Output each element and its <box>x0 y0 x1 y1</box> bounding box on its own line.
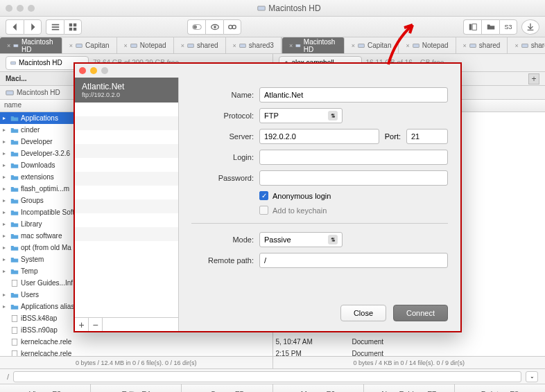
hd-icon <box>10 60 16 66</box>
dialog-minimize-button[interactable] <box>90 67 97 74</box>
tab-macintosh-hd[interactable]: ×Macintosh HD <box>282 37 345 53</box>
tab-capitan[interactable]: ×Capitan <box>62 37 117 53</box>
svg-rect-23 <box>12 315 17 321</box>
svg-rect-21 <box>6 91 14 95</box>
traffic-lights <box>6 5 35 12</box>
download-button[interactable] <box>521 19 539 35</box>
tab-notepad[interactable]: ×Notepad <box>399 37 456 53</box>
minimize-window-button[interactable] <box>17 5 24 12</box>
remote-path-label: Remote path: <box>191 256 254 265</box>
forward-button[interactable] <box>24 19 42 35</box>
fkey-delete[interactable]: Delete - F8 <box>455 384 545 392</box>
svg-rect-17 <box>469 44 476 47</box>
function-key-bar: View - F3Edit - F4Copy - F5Move - F6New … <box>0 384 545 392</box>
remove-connection-button[interactable]: − <box>89 318 103 331</box>
connection-list[interactable] <box>75 103 178 317</box>
tab-macintosh-hd[interactable]: ×Macintosh HD <box>0 37 62 53</box>
keychain-checkbox: Add to keychain <box>259 206 448 215</box>
chevron-updown-icon: ⇅ <box>328 111 338 121</box>
port-input[interactable] <box>406 129 448 144</box>
checkbox-on-icon: ✓ <box>259 191 268 200</box>
path-dropdown[interactable]: ⌄ <box>526 371 538 382</box>
tab-capitan[interactable]: ×Capitan <box>345 37 399 53</box>
right-add-tab-button[interactable]: + <box>528 73 539 84</box>
main-toolbar: S3 <box>0 17 545 37</box>
svg-rect-26 <box>12 350 17 356</box>
hd-icon <box>6 89 14 97</box>
tab-shared3[interactable]: ×shared3 <box>508 37 545 53</box>
password-input[interactable] <box>259 170 448 186</box>
svg-rect-10 <box>76 44 83 47</box>
connection-list-sidebar: Atlantic.Net ftp://192.0.2.0 + − <box>75 78 179 331</box>
svg-rect-8 <box>472 24 476 30</box>
fkey-copy[interactable]: Copy - F5 <box>182 384 272 392</box>
name-input[interactable] <box>259 87 448 103</box>
svg-rect-9 <box>14 44 19 47</box>
tab-notepad[interactable]: ×Notepad <box>117 37 174 53</box>
list-view-button[interactable] <box>46 19 64 35</box>
svg-rect-14 <box>296 44 301 47</box>
close-window-button[interactable] <box>6 5 12 12</box>
dialog-zoom-button[interactable] <box>101 67 108 74</box>
path-input-row: / ⌄ <box>0 368 545 384</box>
connect-button[interactable]: Connect <box>393 305 448 321</box>
sidebar-button[interactable] <box>463 19 481 35</box>
connection-form: Name: Protocol: FTP⇅ Server: Port: Login… <box>179 78 460 331</box>
fkey-move[interactable]: Move - F6 <box>273 384 364 392</box>
svg-point-5 <box>229 25 232 28</box>
fkey-new[interactable]: New Folder - F7 <box>364 384 455 392</box>
file-row-meta[interactable]: 2:15 PMDocument <box>273 348 546 356</box>
dialog-titlebar <box>75 64 460 78</box>
view-group <box>46 19 82 35</box>
svg-point-2 <box>193 25 197 29</box>
svg-rect-22 <box>12 280 17 286</box>
quicklook-button[interactable] <box>205 19 223 35</box>
anonymous-checkbox[interactable]: ✓ Anonymous login <box>259 191 448 200</box>
tab-shared[interactable]: ×shared <box>174 37 226 53</box>
remote-path-input[interactable] <box>259 253 448 268</box>
center-group <box>187 19 241 35</box>
server-input[interactable] <box>259 129 379 144</box>
s3-button[interactable]: S3 <box>499 19 517 35</box>
fkey-edit[interactable]: Edit - F4 <box>91 384 182 392</box>
status-bar: 0 bytes / 12.4 MB in 0 / 6 file(s). 0 / … <box>0 356 545 368</box>
binocular-button[interactable] <box>223 19 241 35</box>
connection-item-selected[interactable]: Atlantic.Net ftp://192.0.2.0 <box>75 78 178 103</box>
dialog-separator <box>191 223 448 224</box>
add-connection-button[interactable]: + <box>75 318 89 331</box>
grid-view-button[interactable] <box>64 19 82 35</box>
svg-rect-0 <box>258 6 266 10</box>
mode-select[interactable]: Passive⇅ <box>259 232 343 247</box>
close-button[interactable]: Close <box>340 305 386 321</box>
toggle-button[interactable] <box>187 19 205 35</box>
file-row[interactable]: kernelcache.rele <box>0 348 272 356</box>
right-status: 0 bytes / 4 KB in 0 / 14 file(s). 0 / 9 … <box>273 357 546 368</box>
path-input[interactable] <box>13 371 521 382</box>
breadcrumb-label: Maci... <box>6 75 27 82</box>
checkbox-off-icon <box>259 206 268 215</box>
dialog-close-button[interactable] <box>79 67 86 74</box>
right-group: S3 <box>463 19 517 35</box>
name-label: Name: <box>191 91 254 99</box>
file-row-meta[interactable]: 5, 10:47 AMDocument <box>273 336 546 348</box>
fkey-view[interactable]: View - F3 <box>0 384 91 392</box>
left-status: 0 bytes / 12.4 MB in 0 / 6 file(s). 0 / … <box>0 357 273 368</box>
connection-dialog: Atlantic.Net ftp://192.0.2.0 + − Name: P… <box>73 62 462 332</box>
tab-shared3[interactable]: ×shared3 <box>226 37 282 53</box>
svg-rect-13 <box>239 44 245 47</box>
protocol-select[interactable]: FTP⇅ <box>259 108 343 123</box>
left-path-label: Macintosh HD <box>17 89 60 96</box>
port-label: Port: <box>385 132 401 141</box>
svg-rect-7 <box>469 24 472 30</box>
login-input[interactable] <box>259 150 448 165</box>
svg-point-4 <box>214 26 216 28</box>
zoom-window-button[interactable] <box>28 5 35 12</box>
tab-bar: ×Macintosh HD×Capitan×Notepad×shared×sha… <box>0 37 545 54</box>
window-titlebar: Macintosh HD <box>0 0 545 17</box>
svg-rect-18 <box>521 44 528 47</box>
back-button[interactable] <box>6 19 24 35</box>
folder-button[interactable] <box>481 19 499 35</box>
login-label: Login: <box>191 153 254 161</box>
file-row[interactable]: kernelcache.rele <box>0 336 272 348</box>
tab-shared[interactable]: ×shared <box>456 37 508 53</box>
